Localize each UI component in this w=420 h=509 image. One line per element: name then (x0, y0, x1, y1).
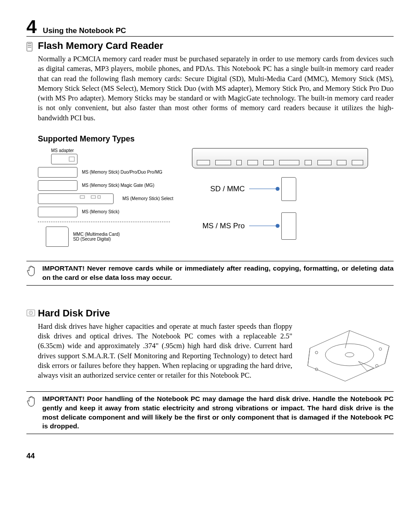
chapter-number: 4 (26, 18, 37, 36)
memory-types-diagram: MS adapter MS (Memory Stick) Duo/Pro/Duo… (38, 148, 394, 251)
subheading-supported-types: Supported Memory Types (38, 134, 394, 144)
important-text: IMPORTANT! Poor handling of the Notebook… (42, 394, 394, 431)
ms-select-card-icon (38, 193, 114, 204)
svg-point-12 (345, 353, 354, 357)
card-label: MMC (Multimedia Card) SD (Secure Digital… (73, 232, 120, 241)
important-notice: IMPORTANT! Poor handling of the Notebook… (26, 391, 394, 435)
ms-std-card-icon (38, 207, 77, 217)
section-heading: Hard Disk Drive (38, 308, 110, 319)
card-reader-icon (26, 40, 38, 52)
page-number: 44 (26, 452, 394, 461)
card-row: MS (Memory Stick) Magic Gate (MG) (38, 180, 179, 191)
section-hdd: Hard Disk Drive (26, 308, 394, 319)
laptop-side-diagram: SD / MMC MS / MS Pro (192, 148, 368, 251)
card-row: MS (Memory Stick) Select (38, 193, 179, 204)
section1-body: Normally a PCMCIA memory card reader mus… (38, 54, 394, 123)
svg-rect-1 (28, 43, 31, 44)
card-label: MS (Memory Stick) Magic Gate (MG) (82, 183, 154, 188)
ms-slot-card-icon (281, 212, 296, 240)
important-notice: IMPORTANT! Never remove cards while or i… (26, 261, 394, 286)
svg-rect-6 (91, 196, 96, 198)
svg-rect-7 (98, 196, 100, 198)
hdd-figure (301, 322, 394, 383)
svg-point-10 (30, 312, 31, 313)
ms-adapter-label: MS adapter (51, 148, 179, 153)
ms-duo-card-icon (51, 154, 77, 164)
svg-rect-4 (69, 157, 74, 161)
section-flash-reader: Flash Memory Card Reader (26, 40, 394, 52)
important-text: IMPORTANT! Never remove cards while or i… (42, 264, 394, 282)
chapter-title: Using the Notebook PC (43, 26, 126, 35)
sd-slot-row: SD / MMC (192, 177, 368, 201)
hdd-section-icon (26, 308, 38, 316)
card-row (38, 154, 179, 164)
sd-slot-card-icon (281, 177, 296, 201)
svg-rect-2 (28, 45, 31, 46)
section-heading: Flash Memory Card Reader (38, 40, 163, 52)
ms-mg-card-icon (38, 180, 77, 191)
card-label: MS (Memory Stick) (82, 209, 119, 214)
svg-point-11 (325, 344, 374, 366)
card-row: MMC (Multimedia Card) SD (Secure Digital… (38, 227, 179, 247)
card-row: MS (Memory Stick) Duo/Pro/Duo Pro/MG (38, 167, 179, 178)
hand-stop-icon (26, 394, 42, 431)
chapter-header: 4 Using the Notebook PC (26, 18, 394, 37)
ms-slot-label: MS / MS Pro (192, 222, 245, 230)
dashed-divider (38, 222, 170, 222)
ms-slot-row: MS / MS Pro (192, 212, 368, 240)
card-label: MS (Memory Stick) Duo/Pro/Duo Pro/MG (82, 170, 162, 175)
card-row: MS (Memory Stick) (38, 207, 179, 217)
card-list-diagram: MS adapter MS (Memory Stick) Duo/Pro/Duo… (38, 148, 179, 251)
svg-point-13 (315, 351, 318, 354)
section2-body: Hard disk drives have higher capacities … (38, 322, 292, 383)
svg-point-14 (379, 348, 382, 350)
sd-slot-label: SD / MMC (192, 185, 245, 193)
svg-rect-3 (28, 47, 31, 48)
svg-point-16 (376, 364, 378, 367)
sd-card-icon (46, 227, 69, 247)
hand-stop-icon (26, 264, 42, 282)
card-label: MS (Memory Stick) Select (122, 196, 173, 201)
laptop-side-view-icon (192, 148, 368, 168)
ms-card-icon (38, 167, 77, 178)
svg-rect-5 (80, 196, 85, 198)
